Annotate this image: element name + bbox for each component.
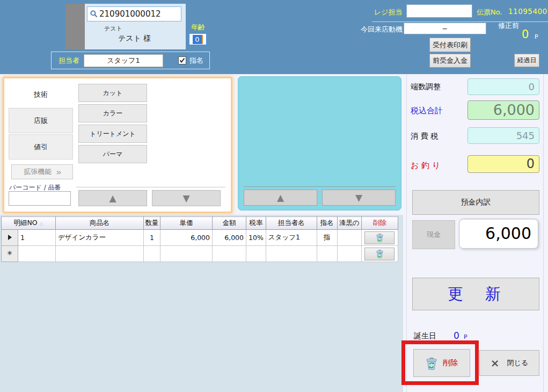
order-grid-area: 明細NO△ 商品名 数量 単価 金額 税率 担当者名 指名 漆黒の 削除 1 デ…: [0, 215, 403, 392]
header-unit-price[interactable]: 単価: [160, 217, 213, 230]
down-arrow-icon: ▼: [355, 192, 362, 203]
row-delete-button[interactable]: [364, 231, 394, 244]
total-incl-tax-field: 6,000: [467, 100, 539, 120]
cell-tax-rate: 10%: [246, 230, 266, 246]
check-icon: [179, 57, 185, 63]
before-fix-label: 修正前: [498, 21, 519, 31]
birthday-points: 0: [454, 330, 459, 341]
cell-staff-name: スタッフ1: [266, 230, 317, 246]
staff-groupbox: 担当者 指名: [51, 52, 210, 69]
cell-item-name: デザインカラー: [56, 230, 144, 246]
topbar-divider: [372, 21, 548, 22]
cell-delete: [361, 246, 398, 262]
header-amount[interactable]: 金額: [213, 217, 246, 230]
header-extra[interactable]: 漆黒の: [337, 217, 361, 230]
row-delete-button[interactable]: [364, 248, 394, 260]
menu-button-color[interactable]: カラー: [78, 104, 147, 122]
cell-amount: 6,000: [213, 230, 246, 246]
menu-button-treatment[interactable]: トリートメント: [78, 125, 147, 143]
row-selector-cell[interactable]: [2, 230, 18, 246]
cell-nominate: 指: [317, 230, 337, 246]
customer-photo-placeholder: [65, 4, 85, 49]
total-incl-tax-label: 税込合計: [411, 106, 443, 116]
change-field: 0: [467, 155, 539, 173]
slip-no-value: 110954000003: [508, 7, 548, 16]
header-qty[interactable]: 数量: [144, 217, 160, 230]
down-arrow-icon: ▼: [182, 193, 189, 204]
menu-scroll-up-button[interactable]: ▲: [78, 190, 147, 206]
close-button[interactable]: × 閉じる: [479, 350, 539, 376]
customer-name: テスト 様: [118, 34, 151, 43]
birthday-label: 誕生日: [414, 331, 436, 341]
elapsed-days-button[interactable]: 経過日: [514, 54, 539, 67]
panel-divider: [406, 74, 407, 392]
close-icon: ×: [491, 357, 500, 369]
menu-button-cut[interactable]: カット: [78, 84, 147, 102]
register-staff-label: レジ担当: [374, 8, 403, 17]
right-edge-line: [543, 74, 544, 392]
menu-scroll-divider: [76, 187, 225, 187]
selection-scroll-divider: [244, 186, 396, 187]
extension-button[interactable]: 拡張機能 »: [11, 164, 73, 179]
header-nominate[interactable]: 指名: [317, 217, 337, 230]
table-row-new[interactable]: *: [2, 246, 398, 262]
tab-technique[interactable]: 技術: [9, 84, 73, 105]
cell-line-no: 1: [18, 230, 56, 246]
current-row-icon: [8, 235, 12, 240]
customer-furigana: テスト: [104, 25, 122, 33]
slip-no-label: 伝票No.: [477, 8, 502, 17]
new-row-selector-cell[interactable]: *: [2, 246, 18, 262]
consumption-tax-label: 消 費 税: [411, 132, 438, 141]
staff-input[interactable]: [84, 54, 163, 67]
birthday-points-unit: P: [464, 333, 467, 340]
header-staff-name[interactable]: 担当者名: [266, 217, 317, 230]
reception-print-button[interactable]: 受付表印刷: [429, 38, 471, 52]
update-button[interactable]: 更 新: [412, 278, 539, 310]
consumption-tax-field: 545: [467, 127, 539, 144]
topbar: テスト テスト 様 年齢 0 担当者 指名 レジ担当 伝票No. 1109540…: [0, 0, 548, 74]
recycle-bin-icon: [376, 233, 384, 242]
header-delete[interactable]: 削除: [361, 217, 398, 230]
cell-unit-price: 6,000: [160, 230, 213, 246]
menu-scroll-down-button[interactable]: ▼: [152, 190, 221, 206]
customer-panel: テスト テスト 様: [65, 4, 186, 49]
up-arrow-icon: ▲: [109, 193, 116, 204]
header-item-name[interactable]: 商品名: [56, 217, 144, 230]
cash-amount-field[interactable]: 6,000: [459, 219, 538, 249]
nominate-checkbox[interactable]: [178, 56, 186, 64]
selection-scroll-up-button[interactable]: ▲: [244, 190, 317, 206]
age-input[interactable]: 0: [188, 33, 207, 46]
visit-motive-input[interactable]: [404, 23, 486, 34]
header-tax-rate[interactable]: 税率: [246, 217, 266, 230]
recycle-bin-icon: [426, 357, 437, 370]
advance-payment-button[interactable]: 前受金入金: [429, 54, 471, 68]
item-selection-panel: ▲ ▼: [238, 76, 401, 210]
customer-search-box[interactable]: [87, 6, 181, 21]
deposit-breakdown-button[interactable]: 預金内訳: [412, 190, 539, 215]
age-value: 0: [193, 35, 202, 44]
tab-discount[interactable]: 値引: [9, 134, 73, 159]
delete-button-label: 削除: [443, 358, 458, 368]
register-staff-input[interactable]: [406, 4, 472, 18]
selection-scroll-down-button[interactable]: ▼: [322, 190, 396, 206]
barcode-input[interactable]: [9, 191, 71, 206]
age-label: 年齢: [188, 23, 208, 32]
sort-asc-icon: △: [40, 221, 43, 226]
delete-button[interactable]: 削除: [413, 349, 470, 377]
menu-button-perm[interactable]: パーマ: [78, 145, 147, 163]
close-button-label: 閉じる: [507, 358, 529, 368]
header-line-no[interactable]: 明細NO△: [2, 217, 56, 230]
cash-button[interactable]: 現金: [412, 220, 455, 249]
visit-motive-label: 今回来店動機: [361, 25, 403, 34]
cell-extra: [337, 230, 361, 246]
customer-search-input[interactable]: [99, 9, 174, 19]
tab-retail[interactable]: 店販: [9, 108, 73, 133]
recycle-bin-icon: [376, 249, 384, 258]
up-arrow-icon: ▲: [277, 192, 284, 203]
grid-header-row: 明細NO△ 商品名 数量 単価 金額 税率 担当者名 指名 漆黒の 削除: [2, 217, 398, 230]
double-chevron-icon: »: [56, 167, 60, 177]
before-fix-unit: P: [535, 33, 538, 40]
change-label: お 釣 り: [411, 161, 440, 171]
rounding-label: 端数調整: [411, 82, 441, 92]
table-row[interactable]: 1 デザインカラー 1 6,000 6,000 10% スタッフ1 指: [2, 230, 398, 246]
